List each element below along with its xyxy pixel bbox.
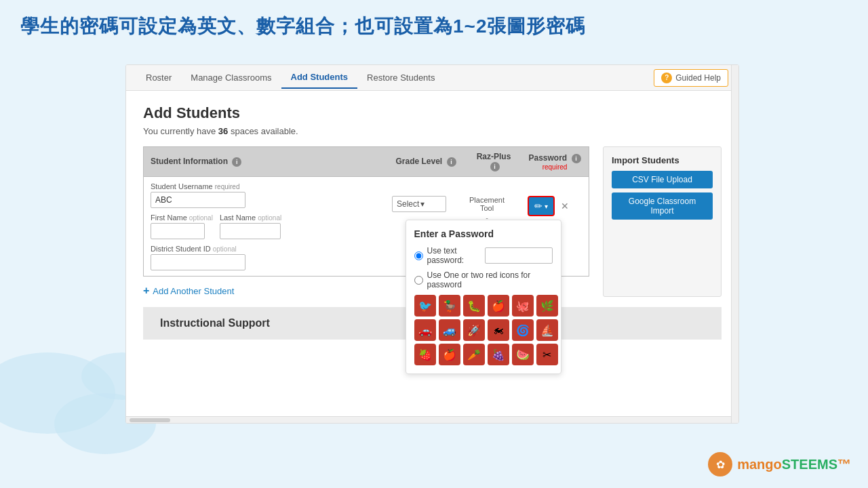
placement-text: PlacementTool [469,196,505,212]
icon-carrot[interactable]: 🥕 [463,344,485,365]
add-student-label: Add Another Student [153,286,234,296]
student-form-row: Student Username required ABC First Name… [143,176,589,277]
spaces-info: You currently have 36 spaces available. [143,126,722,136]
lastname-input[interactable] [220,223,281,239]
horizontal-scrollbar[interactable] [126,416,732,423]
tab-bar: Roster Manage Classrooms Add Students Re… [126,65,738,91]
lastname-group: Last Name optional [220,214,281,239]
icon-motorcycle[interactable]: 🏍 [488,319,509,341]
guided-help-label: Guided Help [675,73,721,83]
th-grade-level: Grade Level i [385,152,467,171]
student-info-icon[interactable]: i [232,157,241,167]
guided-help-icon: ? [661,73,672,83]
guided-help-button[interactable]: ? Guided Help [654,69,728,87]
icon-password-grid: 🐦 🦆 🐛 🍎 🐙 🌿 🚗 🚙 🚀 🏍 [414,295,553,365]
icon-grapes[interactable]: 🍇 [488,344,509,365]
text-password-input[interactable] [485,247,553,264]
logo-text: mangoSTEEMS™ [737,457,851,472]
icon-sailboat[interactable]: ⛵ [536,319,558,341]
th-raz-plus: Raz-Plus i [467,147,521,176]
main-container: Roster Manage Classrooms Add Students Re… [125,64,739,424]
lastname-label: Last Name optional [220,214,281,222]
th-student-info: Student Information i [144,152,385,171]
icon-car2[interactable]: 🚙 [439,319,460,341]
section-title: Add Students [143,104,722,122]
svg-text:✿: ✿ [716,459,725,470]
password-col: ✏ ▾ Enter a Password Use text password: [514,182,582,216]
tab-manage-classrooms[interactable]: Manage Classrooms [181,67,281,88]
raz-info-icon[interactable]: i [490,162,500,171]
password-popup: Enter a Password Use text password: Use … [406,220,561,374]
password-info-icon[interactable]: i [572,154,581,163]
icon-leaf[interactable]: 🌿 [536,295,558,317]
popup-title: Enter a Password [414,228,553,239]
page-title: 學生的密碼可設定為英文、數字組合；也可設置為1~2張圖形密碼 [20,14,586,39]
mangosteems-logo-icon: ✿ [707,451,734,478]
add-plus-icon: + [143,285,149,297]
username-label: Student Username required [151,182,378,190]
icon-rocket[interactable]: 🚀 [463,319,485,341]
csv-upload-button[interactable]: CSV File Upload [612,171,713,188]
table-header: Student Information i Grade Level i Raz-… [143,146,589,176]
icon-strawberry[interactable]: 🍓 [414,344,436,365]
grade-level-col: Select ▾ [378,182,460,212]
scrollbar-thumb[interactable] [130,418,170,422]
icon-scissors[interactable]: ✂ [536,344,558,365]
dropdown-arrow-icon: ▾ [545,203,548,210]
tab-add-students[interactable]: Add Students [281,66,358,89]
district-input[interactable] [151,254,245,270]
name-row: First Name optional Last Name optional [151,214,378,239]
main-content: Add Students You currently have 36 space… [126,91,738,353]
icon-car[interactable]: 🚗 [414,319,436,341]
icon-swirl[interactable]: 🌀 [512,319,534,341]
text-password-label: Use text password: [427,246,478,265]
close-password-icon[interactable]: ✕ [561,201,569,211]
import-panel: Import Students CSV File Upload Google C… [603,146,722,297]
chevron-down-icon: ▾ [420,199,425,209]
icon-apple[interactable]: 🍎 [488,295,509,317]
import-panel-title: Import Students [612,155,713,165]
district-id-group: District Student ID optional [151,245,378,270]
logo-area: ✿ mangoSTEEMS™ [707,451,851,478]
icon-apple2[interactable]: 🍎 [439,344,460,365]
firstname-group: First Name optional [151,214,213,239]
icon-bird[interactable]: 🐦 [414,295,436,317]
form-area: Student Information i Grade Level i Raz-… [143,146,589,297]
firstname-input[interactable] [151,223,205,239]
username-input[interactable]: ABC [151,192,245,208]
raz-plus-col: PlacementTool - [460,182,514,222]
tab-roster[interactable]: Roster [136,67,181,88]
grade-info-icon[interactable]: i [447,157,456,167]
content-layout: Student Information i Grade Level i Raz-… [143,146,722,297]
text-password-radio[interactable] [414,251,423,260]
icon-password-radio[interactable] [414,276,423,285]
grade-select[interactable]: Select ▾ [392,196,446,212]
icon-password-label: Use One or two red icons for password [427,270,553,289]
student-info-col: Student Username required ABC First Name… [151,182,378,270]
pencil-icon: ✏ [534,201,542,211]
icon-duck[interactable]: 🦆 [439,295,460,317]
icon-octopus[interactable]: 🐙 [512,295,534,317]
password-btn-wrapper: ✏ ▾ Enter a Password Use text password: [528,196,555,216]
password-button[interactable]: ✏ ▾ [528,196,555,216]
icon-watermelon[interactable]: 🍉 [512,344,534,365]
google-classroom-button[interactable]: Google Classroom Import [612,192,713,220]
icon-password-row: Use One or two red icons for password [414,270,553,289]
tab-restore-students[interactable]: Restore Students [357,67,444,88]
th-password: Password i required [521,148,589,176]
icon-bug[interactable]: 🐛 [463,295,485,317]
text-password-row: Use text password: [414,246,553,265]
firstname-label: First Name optional [151,214,213,222]
district-label: District Student ID optional [151,245,378,253]
